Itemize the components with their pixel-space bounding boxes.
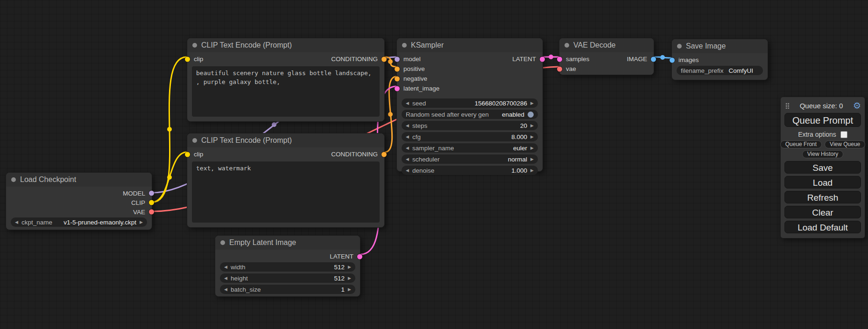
widget-width[interactable]: ◀ width 512 ▶ <box>220 262 355 272</box>
positive-prompt-textarea[interactable]: beautiful scenery nature glass bottle la… <box>192 66 380 117</box>
save-button[interactable]: Save <box>784 161 861 174</box>
output-port-latent[interactable] <box>357 254 362 259</box>
node-title-bar[interactable]: Save Image <box>672 39 768 53</box>
input-port-images[interactable] <box>670 57 675 63</box>
node-ksampler[interactable]: KSampler model LATENT positive negative … <box>396 38 543 172</box>
increment-arrow-icon[interactable]: ▶ <box>530 157 534 161</box>
decrement-arrow-icon[interactable]: ◀ <box>406 146 409 150</box>
widget-label: height <box>231 275 248 282</box>
collapse-dot-icon[interactable] <box>565 43 569 48</box>
collapse-dot-icon[interactable] <box>192 138 197 143</box>
refresh-button[interactable]: Refresh <box>784 191 861 203</box>
collapse-dot-icon[interactable] <box>11 177 16 182</box>
node-graph-canvas[interactable]: Load Checkpoint MODEL CLIP VAE ◀ ckpt_na… <box>0 0 868 329</box>
widget-random-seed-toggle[interactable]: Random seed after every gen enabled <box>402 110 538 119</box>
increment-arrow-icon[interactable]: ▶ <box>348 265 351 269</box>
increment-arrow-icon[interactable]: ▶ <box>530 135 534 139</box>
widget-value: 1.000 <box>511 167 527 174</box>
settings-gear-icon[interactable]: ⚙ <box>853 101 861 110</box>
input-label-images: images <box>678 56 699 63</box>
collapse-dot-icon[interactable] <box>402 43 407 48</box>
view-queue-button[interactable]: View Queue <box>825 140 865 148</box>
widget-value: v1-5-pruned-emaonly.ckpt <box>64 219 136 226</box>
output-port-conditioning[interactable] <box>381 152 387 157</box>
extra-options-checkbox[interactable] <box>840 131 847 138</box>
output-port-image[interactable] <box>651 56 656 62</box>
increment-arrow-icon[interactable]: ▶ <box>530 124 534 128</box>
node-title: Empty Latent Image <box>229 238 296 247</box>
input-label-vae: vae <box>566 65 576 72</box>
view-history-button[interactable]: View History <box>802 150 843 158</box>
node-title-bar[interactable]: Load Checkpoint <box>6 173 152 187</box>
node-clip-text-encode-negative[interactable]: CLIP Text Encode (Prompt) clip CONDITION… <box>187 133 385 228</box>
decrement-arrow-icon[interactable]: ◀ <box>406 135 409 139</box>
load-button[interactable]: Load <box>784 176 861 189</box>
widget-batch-size[interactable]: ◀ batch_size 1 ▶ <box>220 285 355 294</box>
widget-sampler-name[interactable]: ◀ sampler_name euler ▶ <box>402 143 538 153</box>
widget-denoise[interactable]: ◀ denoise 1.000 ▶ <box>402 166 538 175</box>
widget-label: cfg <box>412 133 421 140</box>
load-default-button[interactable]: Load Default <box>784 221 861 233</box>
input-port-clip[interactable] <box>185 56 190 62</box>
decrement-arrow-icon[interactable]: ◀ <box>406 124 409 128</box>
input-port-samples[interactable] <box>557 56 562 62</box>
collapse-dot-icon[interactable] <box>220 240 225 245</box>
increment-arrow-icon[interactable]: ▶ <box>348 276 351 280</box>
increment-arrow-icon[interactable]: ▶ <box>140 220 143 224</box>
node-load-checkpoint[interactable]: Load Checkpoint MODEL CLIP VAE ◀ ckpt_na… <box>6 172 152 230</box>
node-title-bar[interactable]: KSampler <box>397 38 543 52</box>
node-title-bar[interactable]: Empty Latent Image <box>215 236 360 250</box>
node-vae-decode[interactable]: VAE Decode samples IMAGE vae <box>559 38 654 75</box>
decrement-arrow-icon[interactable]: ◀ <box>224 276 227 280</box>
slot-row: images <box>672 55 768 65</box>
node-save-image[interactable]: Save Image images filename_prefix ComfyU… <box>671 39 768 80</box>
decrement-arrow-icon[interactable]: ◀ <box>224 265 227 269</box>
increment-arrow-icon[interactable]: ▶ <box>348 287 351 292</box>
input-port-negative[interactable] <box>395 76 400 81</box>
queue-front-button[interactable]: Queue Front <box>780 140 822 148</box>
collapse-dot-icon[interactable] <box>192 43 197 48</box>
input-port-vae[interactable] <box>557 66 562 71</box>
widget-ckpt-name[interactable]: ◀ ckpt_name v1-5-pruned-emaonly.ckpt ▶ <box>11 217 147 227</box>
node-clip-text-encode-positive[interactable]: CLIP Text Encode (Prompt) clip CONDITION… <box>187 38 385 122</box>
output-port-latent[interactable] <box>540 56 545 62</box>
widget-scheduler[interactable]: ◀ scheduler normal ▶ <box>402 154 538 164</box>
node-title-bar[interactable]: VAE Decode <box>559 38 654 52</box>
toggle-knob-icon[interactable] <box>528 112 534 118</box>
widget-value: 512 <box>334 275 345 282</box>
decrement-arrow-icon[interactable]: ◀ <box>15 220 18 224</box>
output-label-model: MODEL <box>123 190 145 197</box>
decrement-arrow-icon[interactable]: ◀ <box>406 101 409 105</box>
node-title-bar[interactable]: CLIP Text Encode (Prompt) <box>187 38 384 52</box>
extra-options-label: Extra options <box>798 131 836 138</box>
increment-arrow-icon[interactable]: ▶ <box>530 168 534 173</box>
node-title-bar[interactable]: CLIP Text Encode (Prompt) <box>187 133 384 147</box>
decrement-arrow-icon[interactable]: ◀ <box>224 287 227 292</box>
widget-height[interactable]: ◀ height 512 ▶ <box>220 273 355 283</box>
queue-prompt-button[interactable]: Queue Prompt <box>784 113 861 127</box>
input-port-positive[interactable] <box>395 66 400 71</box>
input-port-model[interactable] <box>395 56 400 62</box>
node-title: Load Checkpoint <box>20 175 76 184</box>
increment-arrow-icon[interactable]: ▶ <box>530 101 534 105</box>
widget-filename-prefix[interactable]: filename_prefix ComfyUI <box>677 66 763 75</box>
widget-cfg[interactable]: ◀ cfg 8.000 ▶ <box>402 132 538 141</box>
output-port-clip[interactable] <box>149 200 154 205</box>
input-port-clip[interactable] <box>185 152 190 157</box>
widget-value: 8.000 <box>511 133 527 140</box>
widget-seed[interactable]: ◀ seed 156680208700286 ▶ <box>402 98 538 108</box>
collapse-dot-icon[interactable] <box>677 44 682 49</box>
input-port-latent-image[interactable] <box>395 86 400 91</box>
negative-prompt-textarea[interactable]: text, watermark <box>192 161 380 223</box>
decrement-arrow-icon[interactable]: ◀ <box>406 168 409 173</box>
drag-handle-icon[interactable] <box>785 102 790 109</box>
widget-steps[interactable]: ◀ steps 20 ▶ <box>402 121 538 130</box>
output-port-model[interactable] <box>149 191 154 196</box>
clear-button[interactable]: Clear <box>784 206 861 218</box>
decrement-arrow-icon[interactable]: ◀ <box>406 157 409 161</box>
node-empty-latent-image[interactable]: Empty Latent Image LATENT ◀ width 512 ▶ … <box>215 235 360 297</box>
output-port-vae[interactable] <box>149 210 154 215</box>
increment-arrow-icon[interactable]: ▶ <box>530 146 534 150</box>
output-port-conditioning[interactable] <box>381 56 387 62</box>
widget-label: ckpt_name <box>21 219 52 226</box>
